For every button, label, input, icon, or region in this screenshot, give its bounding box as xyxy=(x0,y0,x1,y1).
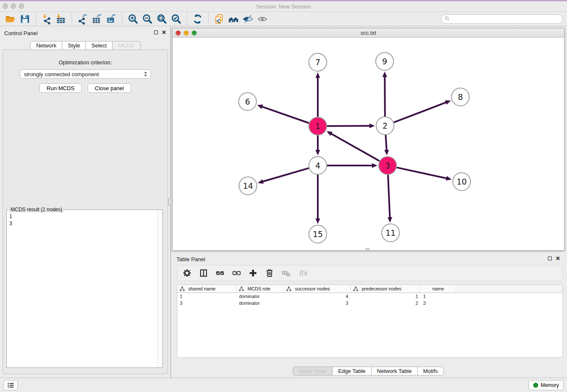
tab-motifs[interactable]: Motifs xyxy=(417,367,444,375)
edge-2-8[interactable] xyxy=(394,102,447,122)
tab-edge-table[interactable]: Edge Table xyxy=(332,367,372,375)
toolbar-separator xyxy=(36,13,36,25)
zoom-fit-button[interactable] xyxy=(154,13,169,25)
cell-successor-nodes[interactable]: 3 xyxy=(284,301,351,306)
header-filler xyxy=(456,285,562,293)
edge-3-1[interactable] xyxy=(330,133,379,161)
import-network-icon xyxy=(41,14,52,25)
main-toolbar xyxy=(0,12,567,26)
first-neighbors-button[interactable] xyxy=(226,13,241,25)
edge-arrow-2-8 xyxy=(445,100,451,105)
edge-2-3[interactable] xyxy=(385,135,386,151)
cell-shared-name[interactable]: 1 xyxy=(177,294,237,299)
delete-columns-button[interactable] xyxy=(264,268,275,279)
column-header-MCDS-role[interactable]: MCDS role xyxy=(237,285,284,293)
float-panel-icon[interactable] xyxy=(154,30,158,34)
export-network-button[interactable] xyxy=(75,13,90,25)
zoom-out-button[interactable] xyxy=(140,13,154,25)
cell-shared-name[interactable]: 3 xyxy=(177,301,237,306)
zoom-selected-icon xyxy=(171,14,182,25)
edge-1-2[interactable] xyxy=(327,126,370,126)
export-image-button[interactable] xyxy=(104,13,118,25)
hide-selected-icon xyxy=(242,14,253,25)
edge-3-10[interactable] xyxy=(396,168,447,179)
zoom-in-button[interactable] xyxy=(126,13,140,25)
cell-name[interactable]: 3 xyxy=(421,301,456,306)
canvas-divider-grip[interactable] xyxy=(366,248,369,250)
memory-button[interactable]: Memory xyxy=(528,380,564,390)
table-row[interactable]: 3dominator323 xyxy=(177,300,562,306)
first-neighbors-icon xyxy=(228,14,239,25)
toolbar-separator xyxy=(72,13,72,25)
cell-successor-nodes[interactable]: 4 xyxy=(284,294,351,299)
cell-MCDS-role[interactable]: dominator xyxy=(237,294,284,299)
show-all-button[interactable] xyxy=(255,13,270,25)
node-label-15: 15 xyxy=(313,229,323,239)
save-session-icon xyxy=(19,14,30,25)
memory-status-icon xyxy=(533,383,538,388)
import-network-button[interactable] xyxy=(39,13,54,25)
node-table[interactable]: shared nameMCDS rolesuccessor nodesprede… xyxy=(177,284,563,358)
tab-mcds[interactable]: MCDS xyxy=(112,41,140,50)
table-settings-button[interactable] xyxy=(182,268,193,279)
edge-arrow-3-11 xyxy=(388,217,392,223)
close-table-panel-icon[interactable]: ✕ xyxy=(556,256,560,261)
tab-network-table[interactable]: Network Table xyxy=(371,367,418,375)
tab-node-table[interactable]: Node Table xyxy=(293,367,333,375)
cell-MCDS-role[interactable]: dominator xyxy=(237,301,284,306)
add-column-button[interactable] xyxy=(248,268,259,279)
edge-3-11[interactable] xyxy=(388,175,390,218)
cell-predecessor-nodes[interactable]: 1 xyxy=(351,294,421,299)
close-panel-button[interactable]: Close panel xyxy=(88,83,131,93)
delete-table-icon xyxy=(281,268,291,278)
run-mcds-button[interactable]: Run MCDS xyxy=(39,83,82,93)
new-network-from-selection-button[interactable] xyxy=(212,13,226,25)
panel-divider-grip[interactable] xyxy=(168,198,172,206)
close-panel-icon[interactable]: ✕ xyxy=(162,30,166,35)
network-canvas[interactable]: 7968124314101511 xyxy=(173,38,564,250)
edge-arrow-3-10 xyxy=(446,176,452,181)
cytoscape-window: Session: New Session Control Panel ✕ Net… xyxy=(0,0,567,392)
deselect-all-columns-button[interactable] xyxy=(231,268,242,279)
result-scrollbar[interactable] xyxy=(157,210,162,367)
cell-predecessor-nodes[interactable]: 2 xyxy=(351,301,421,306)
import-table-button[interactable] xyxy=(54,13,68,25)
table-row[interactable]: 1dominator411 xyxy=(177,293,562,300)
export-table-icon xyxy=(91,14,102,25)
criterion-select[interactable]: strongly connected component xyxy=(20,69,151,79)
table-toolbar: f(x) xyxy=(177,265,563,281)
open-session-button[interactable] xyxy=(3,13,18,25)
edge-arrow-2-3 xyxy=(384,150,389,155)
search-input[interactable] xyxy=(453,15,562,23)
node-label-3: 3 xyxy=(385,161,390,170)
float-table-panel-icon[interactable] xyxy=(548,257,552,260)
hide-selected-button[interactable] xyxy=(241,13,255,25)
export-table-button[interactable] xyxy=(90,13,104,25)
apply-layout-button[interactable] xyxy=(190,13,205,25)
select-all-columns-button[interactable] xyxy=(215,268,226,279)
tab-style[interactable]: Style xyxy=(62,41,86,50)
column-header-name[interactable]: name xyxy=(421,285,456,293)
zoom-selected-button[interactable] xyxy=(169,13,183,25)
column-label: successor nodes xyxy=(295,286,330,291)
column-header-shared-name[interactable]: shared name xyxy=(177,285,237,293)
node-label-10: 10 xyxy=(457,177,467,186)
save-session-button[interactable] xyxy=(18,13,32,25)
edge-2-9[interactable] xyxy=(385,76,385,116)
new-network-from-selection-icon xyxy=(214,14,225,25)
show-panels-button[interactable] xyxy=(3,380,18,390)
tab-network[interactable]: Network xyxy=(30,41,62,50)
node-label-6: 6 xyxy=(245,97,250,106)
edge-1-6[interactable] xyxy=(261,107,309,123)
column-label: shared name xyxy=(188,286,215,291)
tab-select[interactable]: Select xyxy=(85,41,113,50)
mcds-result-text[interactable]: 1 3 xyxy=(7,211,157,367)
column-header-predecessor-nodes[interactable]: predecessor nodes xyxy=(351,285,421,293)
edge-4-14[interactable] xyxy=(262,168,309,182)
show-columns-button[interactable] xyxy=(198,268,209,279)
table-body: 1dominator4113dominator323 xyxy=(177,293,562,306)
column-header-successor-nodes[interactable]: successor nodes xyxy=(284,285,351,293)
cell-name[interactable]: 1 xyxy=(421,294,456,299)
node-label-7: 7 xyxy=(315,58,320,67)
search-field[interactable] xyxy=(441,14,563,24)
